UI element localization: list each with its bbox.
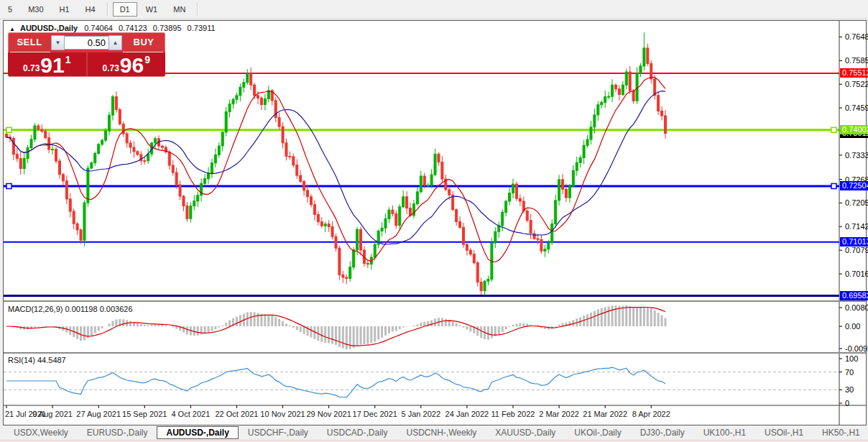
candle — [34, 126, 36, 139]
tab-usdchf-daily[interactable]: USDCHF-,Daily — [239, 426, 318, 439]
symbol-title: AUDUSD-,Daily — [20, 24, 78, 32]
date-label[interactable]: 5 Jan 2022 — [402, 410, 440, 418]
candle — [111, 97, 114, 116]
volume-increase-icon[interactable]: ▲ — [108, 35, 122, 50]
candle — [296, 165, 298, 175]
tab-dj30-daily[interactable]: DJ30-,Daily — [631, 426, 694, 439]
candle — [58, 161, 60, 175]
date-label[interactable]: 24 Jan 2022 — [445, 410, 489, 418]
price-tick-label: 0.76480 — [845, 32, 868, 41]
sell-button[interactable]: SELL — [8, 37, 51, 47]
candle — [12, 138, 14, 154]
candle — [214, 155, 216, 163]
line-handle[interactable] — [6, 183, 11, 188]
date-label[interactable]: 17 Dec 2021 — [353, 410, 397, 418]
macd-label: MACD(12,26,9) 0.001198 0.003626 — [8, 305, 133, 313]
candle — [37, 126, 40, 129]
date-label[interactable]: 4 Oct 2021 — [171, 410, 210, 418]
candle — [608, 96, 610, 97]
tab-usdcnh-weekly[interactable]: USDCNH-,Weekly — [397, 426, 486, 439]
rsi-tick-label: 70 — [845, 368, 854, 377]
buy-price-pip: 9 — [144, 54, 150, 65]
date-label[interactable]: 21 Mar 2022 — [583, 410, 627, 418]
main-macd-divider[interactable] — [4, 300, 866, 302]
candle — [548, 243, 550, 249]
tab-usoil-h1[interactable]: USOil-,H1 — [755, 426, 813, 439]
date-label[interactable]: 8 Apr 2022 — [632, 410, 670, 418]
price-tick-label: 0.75220 — [845, 80, 868, 88]
rsi-label: RSI(14) 44.5487 — [8, 356, 66, 364]
candle — [30, 139, 32, 148]
price-tick-label: 0.74590 — [845, 103, 868, 112]
candle — [282, 126, 284, 143]
tab-hk50-h1[interactable]: HK50-,H1 — [813, 426, 868, 439]
candle — [303, 181, 305, 190]
candle — [211, 163, 213, 173]
candle — [193, 201, 195, 206]
candle — [544, 249, 546, 252]
date-label[interactable]: 29 Nov 2021 — [306, 410, 351, 418]
price-tick-label: 0.70165 — [845, 270, 868, 278]
candle — [469, 250, 471, 254]
timeframe-button-M30[interactable]: M30 — [21, 2, 50, 17]
candle — [416, 192, 418, 204]
chart-canvas[interactable] — [4, 21, 866, 425]
candle — [625, 72, 627, 85]
trading-platform: 5M30H1H4D1W1MN ▲ AUDUSD-,Daily 0.74064 0… — [0, 0, 868, 442]
macd-main-value: 0.001198 — [65, 305, 97, 313]
buy-button[interactable]: BUY — [122, 37, 165, 47]
candle — [69, 199, 71, 211]
timeframe-button-H1[interactable]: H1 — [52, 2, 77, 17]
tab-usdcad-daily[interactable]: USDCAD-,Daily — [318, 426, 397, 439]
candle — [317, 214, 319, 221]
tab-audusd-daily[interactable]: AUDUSD-,Daily — [157, 426, 238, 439]
timeframe-button-5[interactable]: 5 — [1, 2, 19, 17]
timeframe-button-MN[interactable]: MN — [166, 2, 193, 17]
candle — [186, 206, 188, 219]
candle — [494, 231, 497, 243]
line-handle[interactable] — [6, 127, 11, 132]
rsi-tick-label: 0 — [845, 399, 849, 408]
candle — [183, 196, 185, 206]
date-label[interactable]: 10 Nov 2021 — [260, 410, 305, 418]
candle — [243, 83, 245, 88]
candle — [342, 275, 344, 277]
buy-price-box[interactable]: 0.73 96 9 — [88, 52, 166, 76]
candle — [650, 63, 652, 79]
volume-decrease-icon[interactable]: ▼ — [51, 35, 65, 50]
candle — [19, 159, 22, 169]
candle — [427, 185, 429, 186]
timeframe-button-D1[interactable]: D1 — [113, 2, 137, 17]
tab-xauusd-daily[interactable]: XAUUSD-,Daily — [486, 426, 565, 439]
macd-rsi-divider[interactable] — [4, 352, 866, 354]
sell-price-box[interactable]: 0.73 91 1 — [8, 52, 86, 76]
date-label[interactable]: 15 Sep 2021 — [122, 410, 167, 418]
date-label[interactable]: 27 Aug 2021 — [76, 410, 121, 418]
candle — [476, 263, 479, 282]
candle — [640, 66, 642, 74]
collapse-arrow-icon[interactable]: ▲ — [9, 26, 15, 32]
tab-uk100-h1[interactable]: UK100-,H1 — [694, 426, 755, 439]
chart-window: ▲ AUDUSD-,Daily 0.74064 0.74123 0.73895 … — [3, 20, 867, 425]
tab-eurusd-daily[interactable]: EURUSD-,Daily — [78, 426, 157, 439]
candle — [572, 170, 574, 186]
date-label[interactable]: 2 Mar 2022 — [539, 410, 579, 418]
line-handle[interactable] — [831, 183, 836, 188]
candle — [48, 138, 50, 149]
tab-ukoil-daily[interactable]: UKOil-,Daily — [565, 426, 630, 439]
candle — [622, 85, 624, 94]
sell-price-big: 91 — [40, 55, 64, 75]
price-tick-label: 0.75850 — [845, 56, 868, 65]
candle — [406, 197, 408, 208]
timeframe-button-W1[interactable]: W1 — [139, 2, 165, 17]
line-handle[interactable] — [831, 127, 836, 132]
toolbar-separator — [107, 3, 108, 16]
date-label[interactable]: 11 Feb 2022 — [491, 410, 535, 418]
candle — [509, 193, 511, 201]
tab-usdx-weekly[interactable]: USDX,Weekly — [4, 426, 78, 439]
date-label[interactable]: 9 Aug 2021 — [32, 410, 73, 418]
date-label[interactable]: 22 Oct 2021 — [215, 410, 258, 418]
volume-input[interactable] — [65, 36, 108, 50]
timeframe-button-H4[interactable]: H4 — [78, 2, 103, 17]
candle — [647, 48, 649, 63]
